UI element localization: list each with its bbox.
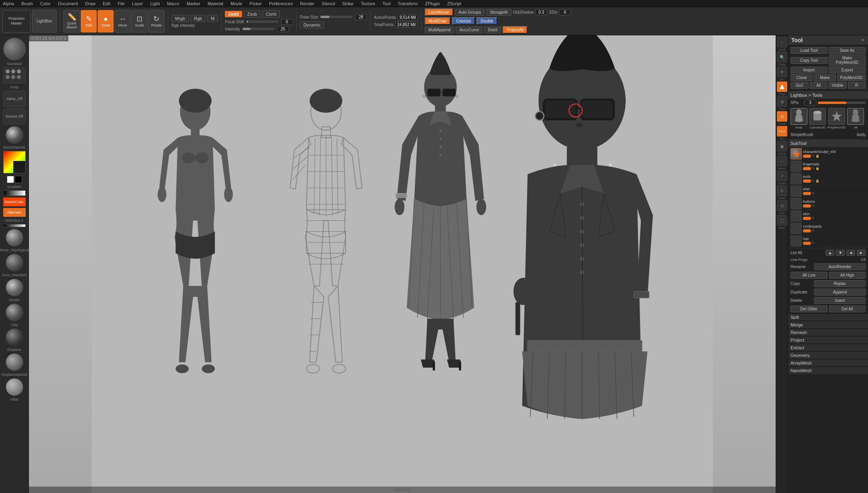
- quick-sketch-btn[interactable]: ✏️ Quick Sketch: [63, 10, 80, 33]
- m-btn[interactable]: M: [207, 15, 218, 22]
- texture-off-item[interactable]: Texture Off: [3, 108, 26, 124]
- menu-item-preferences[interactable]: Preferences: [268, 1, 294, 6]
- midvalue-slider[interactable]: [3, 224, 26, 227]
- menu-item-render[interactable]: Render: [299, 1, 316, 6]
- menu-item-alpha[interactable]: Alpha: [2, 1, 15, 6]
- list-down-btn[interactable]: ▼: [836, 250, 845, 256]
- subtool-buttons-edit-icon[interactable]: ✎: [812, 204, 815, 208]
- r-btn[interactable]: R: [848, 82, 866, 89]
- export-btn[interactable]: Export: [829, 67, 866, 73]
- clone-btn[interactable]: Clone: [791, 74, 813, 81]
- rotate-btn[interactable]: ↻ Rotate: [148, 10, 165, 33]
- subtool-tools-lock-icon[interactable]: 🔒: [815, 179, 819, 183]
- storage-at-btn[interactable]: StorageAt: [486, 9, 511, 16]
- subtool-tools-thumb[interactable]: [791, 173, 802, 184]
- menu-item-movie[interactable]: Movie: [229, 1, 243, 6]
- menu-item-brush[interactable]: Brush: [20, 1, 34, 6]
- xyz-icon-btn[interactable]: XYZ: [777, 126, 787, 136]
- zadd-btn[interactable]: Zadd: [225, 11, 242, 17]
- subtool-underpants-toggle[interactable]: [803, 229, 811, 232]
- multi-append-btn[interactable]: MultiAppend: [425, 26, 454, 33]
- color-swatch[interactable]: [3, 151, 26, 173]
- swatch-black[interactable]: [15, 176, 22, 183]
- projection-master-btn[interactable]: Projection Master: [2, 10, 31, 33]
- lightbox-btn[interactable]: LightBox: [32, 10, 57, 33]
- focal-shift-slider[interactable]: [247, 20, 279, 23]
- panel-close-icon[interactable]: ✕: [861, 37, 865, 43]
- menu-item-edit[interactable]: Edit: [102, 1, 112, 6]
- subtool-shirt-thumb[interactable]: [791, 185, 802, 197]
- double-btn[interactable]: Double: [477, 17, 497, 25]
- menu-item-draw[interactable]: Draw: [84, 1, 97, 6]
- project-all-btn[interactable]: ProjectAll: [503, 26, 528, 34]
- canvas-area[interactable]: 0.651,15.424,0.672: [29, 35, 776, 493]
- subtool-hair-toggle[interactable]: [803, 242, 811, 245]
- displace-ball[interactable]: [6, 328, 23, 346]
- move-topo-ball[interactable]: [6, 229, 23, 246]
- subtool-title[interactable]: SubTool: [788, 140, 868, 147]
- frame-icon-btn[interactable]: ▣: [777, 141, 787, 151]
- inflat-ball[interactable]: [6, 378, 23, 396]
- perp-icon-btn[interactable]: [777, 81, 787, 92]
- menu-item-file[interactable]: File: [116, 1, 126, 6]
- subtool-shirt-toggle[interactable]: [803, 192, 811, 195]
- morph-ball[interactable]: [6, 279, 23, 296]
- subtool-char-thumb[interactable]: [791, 148, 802, 159]
- menu-item-material[interactable]: Material: [206, 1, 224, 6]
- menu-item-strike[interactable]: Strike: [341, 1, 355, 6]
- intensity-slider[interactable]: [242, 28, 275, 30]
- scroll-icon-btn[interactable]: ↕: [777, 37, 787, 47]
- draw-btn[interactable]: ● Draw: [98, 10, 114, 33]
- move-icon-btn[interactable]: ↔: [777, 156, 787, 166]
- subtool-buttons-toggle[interactable]: [803, 204, 811, 208]
- del-other-btn[interactable]: Del Other: [791, 306, 827, 312]
- subtool-tools-edit-icon[interactable]: ✎: [812, 179, 815, 183]
- del-all-btn[interactable]: Del All: [829, 306, 866, 312]
- visible-btn[interactable]: Visible: [829, 82, 847, 89]
- subtool-finger-edit-icon[interactable]: ✎: [812, 167, 815, 170]
- auto-reorder-btn[interactable]: AutoReorder: [814, 263, 866, 270]
- trsp-icon-btn[interactable]: ⊡: [777, 200, 787, 211]
- menu-item-macro[interactable]: Macro: [166, 1, 181, 6]
- list-right-btn[interactable]: ►: [857, 250, 866, 256]
- subtool-finger-toggle[interactable]: [803, 167, 811, 170]
- insert-btn[interactable]: Insert: [814, 297, 866, 304]
- clay-ball[interactable]: [6, 304, 23, 321]
- scale-icon-btn[interactable]: ⤢: [777, 171, 787, 181]
- menu-item-document[interactable]: Document: [57, 1, 79, 6]
- dynamic-btn[interactable]: Dynamic: [300, 21, 324, 29]
- zsub-btn[interactable]: Zsub: [244, 10, 261, 18]
- rotate-icon-btn[interactable]: ↻: [777, 185, 787, 196]
- displace-special-ball[interactable]: [6, 353, 23, 371]
- menu-item-color[interactable]: Color: [39, 1, 52, 6]
- geometry-row[interactable]: Geometry: [788, 351, 868, 359]
- accu-curve-btn[interactable]: AccuCurve: [456, 26, 483, 33]
- spce-icon-btn[interactable]: ◯: [777, 215, 787, 226]
- merge-row[interactable]: Merge: [788, 321, 868, 328]
- tool-body-item[interactable]: body: [791, 108, 807, 129]
- auto-groups-btn[interactable]: Auto Groups: [455, 9, 485, 16]
- project-row[interactable]: Project: [788, 336, 868, 344]
- subtool-char-lock-icon[interactable]: 🔒: [815, 154, 819, 158]
- lazy-mouse-btn[interactable]: LazyMouse: [425, 8, 453, 16]
- rgb-btn[interactable]: Rgb: [190, 15, 206, 22]
- subtool-underpants-edit-icon[interactable]: ✎: [812, 229, 815, 232]
- zoom-icon-btn[interactable]: 🔍: [777, 52, 787, 62]
- local-icon-btn[interactable]: ⊙: [777, 111, 787, 122]
- mrgb-btn[interactable]: Mrgb: [171, 15, 189, 22]
- subtool-skirt-toggle[interactable]: [803, 217, 811, 220]
- split-row[interactable]: Split: [788, 313, 868, 321]
- edit-btn[interactable]: ✎ Edit: [81, 10, 97, 33]
- extract-row[interactable]: Extract: [788, 344, 868, 351]
- make-btn[interactable]: Make: [814, 74, 836, 81]
- alt-icon-btn[interactable]: ✥: [777, 67, 787, 77]
- scale-btn[interactable]: ⊡ Scale: [131, 10, 147, 33]
- tool-body2-item[interactable]: 48: [847, 108, 864, 129]
- menu-item-marker[interactable]: Marker: [185, 1, 202, 6]
- make-poly-btn[interactable]: Make PolyMesh3D: [829, 55, 866, 66]
- menu-item-stencil[interactable]: Stencil: [320, 1, 336, 6]
- menu-item-light[interactable]: Light: [149, 1, 161, 6]
- switch-color-btn[interactable]: SwitchColor: [3, 198, 26, 206]
- dura-std-ball[interactable]: [6, 254, 23, 271]
- swatch-white[interactable]: [7, 176, 14, 183]
